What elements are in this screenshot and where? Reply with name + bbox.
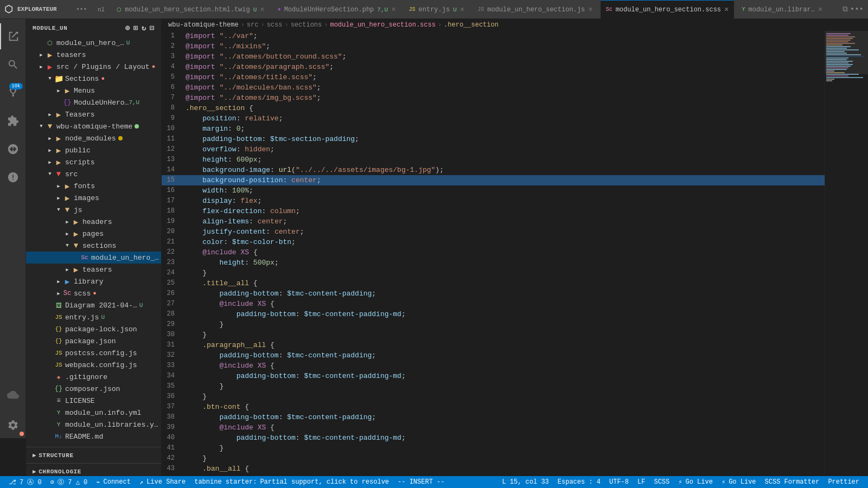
tab-php[interactable]: ● ModuleUnHeroSection.php 7,U × bbox=[272, 0, 401, 19]
code-line-37: 37 .btn-cont { bbox=[162, 402, 825, 412]
tree-item-fonts[interactable]: ▶ ▶ fonts bbox=[26, 180, 161, 192]
collapse-icon[interactable]: ⊟ bbox=[150, 23, 155, 33]
folder-icon-images: ▶ bbox=[63, 194, 72, 202]
explorer-more[interactable]: ••• bbox=[76, 6, 87, 12]
code-line-40: 40 padding-bottom: $tmc-content-padding-… bbox=[162, 433, 825, 443]
tree-item-package-lock[interactable]: {} package-lock.json bbox=[26, 323, 161, 335]
tree-item-library[interactable]: ▶ ▶ library bbox=[26, 275, 161, 287]
tree-item-wbu-atomique[interactable]: ▼ ▼ wbu-atomique-theme bbox=[26, 120, 161, 132]
tree-item-teasers1[interactable]: ▶ ▶ teasers bbox=[26, 49, 161, 61]
tab-scss[interactable]: Sc module_un_hero_section.scss × bbox=[601, 0, 735, 19]
tab-close-library[interactable]: × bbox=[818, 5, 822, 14]
sidebar-structure-header[interactable]: ▶ STRUCTURE bbox=[26, 447, 161, 463]
code-line-13: 13 height: 600px; bbox=[162, 155, 825, 165]
tree-item-entry-js[interactable]: JS entry.js U bbox=[26, 311, 161, 323]
line-ending-status[interactable]: LF bbox=[633, 476, 649, 488]
refresh-icon[interactable]: ↻ bbox=[142, 23, 146, 33]
chronologie-label: CHRONOLOGIE bbox=[39, 468, 81, 475]
code-editor[interactable]: 1@import "../var";2@import "../mixins";3… bbox=[162, 31, 825, 476]
code-line-20: 20 justify-content: center; bbox=[162, 227, 825, 237]
tree-item-scss-folder[interactable]: ▶ Sc scss ● bbox=[26, 287, 161, 299]
encoding-status[interactable]: UTF-8 bbox=[605, 476, 633, 488]
liveshare-status[interactable]: ↗ Live Share bbox=[135, 476, 190, 488]
branch-status[interactable]: ⎇ 7 Ⓐ 0 bbox=[4, 476, 46, 488]
tree-item-readme[interactable]: M↓ README.md bbox=[26, 431, 161, 442]
tab-close-herojs[interactable]: × bbox=[588, 5, 592, 14]
tab-nl[interactable]: nl bbox=[93, 0, 109, 19]
spaces-status[interactable]: Espaces : 4 bbox=[553, 476, 605, 488]
code-line-43: 43 .ban__all { bbox=[162, 464, 825, 474]
img-icon-diagram: 🖼 bbox=[54, 301, 63, 310]
tab-entryjs[interactable]: JS entry.js U × bbox=[404, 0, 470, 19]
tree-item-pages[interactable]: ▶ ▶ pages bbox=[26, 228, 161, 240]
tree-item-hero-twig[interactable]: ⬡ module_un_hero_… U bbox=[26, 37, 161, 49]
prettier-status[interactable]: Prettier bbox=[824, 476, 864, 488]
tree-item-module-libraries[interactable]: Y module_un.libraries.yml bbox=[26, 419, 161, 431]
tree-item-src-plugins[interactable]: ▶ ▶ src / Plugins / Layout ● bbox=[26, 61, 161, 73]
tab-twig[interactable]: ⬡ module_un_hero_section.html.twig U × bbox=[111, 0, 270, 19]
folder-icon-js: ▼ bbox=[63, 206, 72, 214]
sidebar-chronologie-header[interactable]: ▶ CHRONOLOGIE bbox=[26, 464, 161, 476]
code-line-31: 31 .paragraph__all { bbox=[162, 340, 825, 350]
tree-item-node-modules[interactable]: ▶ ▶ node_modules bbox=[26, 132, 161, 144]
scss-formatter-status[interactable]: SCSS Formatter bbox=[761, 476, 824, 488]
code-line-11: 11 padding-bottom: $tmc-section-padding; bbox=[162, 134, 825, 144]
tree-item-menus[interactable]: ▶ ▶ Menus bbox=[26, 85, 161, 97]
code-line-5: 5@import "../atomes/title.scss"; bbox=[162, 72, 825, 82]
tree-item-composer[interactable]: {} composer.json bbox=[26, 383, 161, 395]
tab-close-php[interactable]: × bbox=[391, 5, 395, 14]
tab-herojs[interactable]: JS module_un_hero_section.js × bbox=[472, 0, 598, 19]
tree-item-moduleunhero-php[interactable]: {} ModuleUnHero… 7,U bbox=[26, 97, 161, 108]
folder-icon-wbu: ▼ bbox=[46, 122, 54, 131]
tree-item-sections-folder[interactable]: ▼ 📁 Sections ● bbox=[26, 73, 161, 85]
code-line-10: 10 margin: 0; bbox=[162, 124, 825, 134]
tree-item-postcss[interactable]: JS postcss.config.js bbox=[26, 347, 161, 359]
main-layout: 10k MODULE_UN ⊕ ⊞ ↻ ⊟ bbox=[26, 19, 868, 476]
code-line-23: 23 height: 500px; bbox=[162, 258, 825, 268]
tree-item-teasers-src[interactable]: ▶ ▶ teasers bbox=[26, 264, 161, 275]
tree-item-headers[interactable]: ▶ ▶ headers bbox=[26, 216, 161, 228]
connect-icon: ⌁ bbox=[96, 478, 100, 486]
tree-item-module-un-hero-scss[interactable]: Sc module_un_hero_s… bbox=[26, 252, 161, 264]
tab-close-scss[interactable]: × bbox=[724, 5, 729, 14]
code-line-26: 26 padding-bottom: $tmc-content-padding; bbox=[162, 288, 825, 299]
tree-item-public[interactable]: ▶ ▶ public bbox=[26, 144, 161, 156]
go-live-icon-2: ⚡ bbox=[722, 478, 725, 486]
tree-item-license[interactable]: ≡ LICENSE bbox=[26, 395, 161, 407]
sidebar-title: MODULE_UN bbox=[33, 25, 67, 31]
txt-icon-license: ≡ bbox=[54, 396, 63, 405]
connect-status[interactable]: ⌁ Connect bbox=[92, 476, 135, 488]
js-icon-hero: JS bbox=[477, 7, 484, 12]
tree-item-package-json[interactable]: {} package.json bbox=[26, 335, 161, 347]
split-editor-icon[interactable]: ⧉ bbox=[843, 5, 848, 14]
code-line-28: 28 padding-bottom: $tmc-content-padding-… bbox=[162, 309, 825, 319]
go-live-status[interactable]: ⚡ Go Live bbox=[674, 476, 717, 488]
tree-item-gitignore[interactable]: ◈ .gitignore bbox=[26, 371, 161, 383]
tabnine-status[interactable]: tabnine starter: Partial support, click … bbox=[190, 476, 393, 488]
tree-item-webpack[interactable]: JS webpack.config.js bbox=[26, 359, 161, 371]
code-line-16: 16 width: 100%; bbox=[162, 185, 825, 196]
tab-library[interactable]: Y module_un.librar… × bbox=[736, 0, 828, 19]
tree-item-images[interactable]: ▶ ▶ images bbox=[26, 192, 161, 204]
folder-icon-library: ▶ bbox=[63, 277, 72, 286]
tree-item-js-folder[interactable]: ▼ ▼ js bbox=[26, 204, 161, 216]
line-col-status[interactable]: L 15, col 33 bbox=[497, 476, 553, 488]
tree-item-module-info[interactable]: Y module_un.info.yml bbox=[26, 407, 161, 419]
tab-close-twig[interactable]: × bbox=[260, 5, 264, 14]
tree-item-src-main[interactable]: ▼ ▼ src bbox=[26, 168, 161, 180]
structure-arrow: ▶ bbox=[33, 452, 36, 459]
tab-close-entry[interactable]: × bbox=[460, 5, 464, 14]
tree-item-scripts[interactable]: ▶ ▶ scripts bbox=[26, 156, 161, 168]
new-file-icon[interactable]: ⊕ bbox=[125, 23, 130, 33]
more-tabs-icon[interactable]: ••• bbox=[850, 5, 864, 14]
new-folder-icon[interactable]: ⊞ bbox=[133, 23, 138, 33]
go-live-status-2[interactable]: ⚡ Go Live bbox=[717, 476, 761, 488]
tree-item-sections-src[interactable]: ▼ ▼ sections bbox=[26, 240, 161, 252]
language-status[interactable]: SCSS bbox=[649, 476, 674, 488]
tree-item-teasers2[interactable]: ▶ ▶ Teasers bbox=[26, 108, 161, 120]
code-line-34: 34 padding-bottom: $tmc-content-padding-… bbox=[162, 371, 825, 381]
errors-status[interactable]: ⊘ ⓪ 7 △ 0 bbox=[46, 476, 92, 488]
folder-icon-teasers-src: ▶ bbox=[72, 265, 80, 274]
tree-item-diagram[interactable]: 🖼 Diagram 2021-04-… U bbox=[26, 299, 161, 311]
code-line-4: 4@import "../atomes/paragraph.scss"; bbox=[162, 62, 825, 72]
